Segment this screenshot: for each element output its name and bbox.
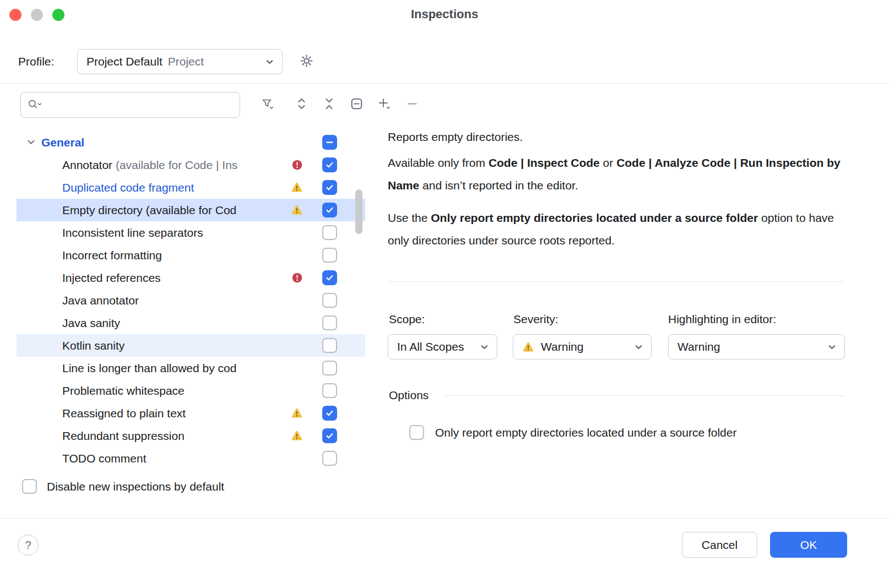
inspection-checkbox[interactable] — [322, 293, 337, 308]
chevron-down-icon[interactable] — [24, 136, 37, 149]
filter-icon — [260, 96, 275, 113]
tree-row[interactable]: Annotator (available for Code | Ins — [17, 154, 365, 176]
collapse-all-icon — [322, 97, 336, 113]
tree-row[interactable]: Duplicated code fragment — [17, 176, 365, 199]
tree-row[interactable]: Inconsistent line separators — [17, 221, 365, 244]
inspection-label-text: Annotator — [62, 159, 116, 171]
tree-row[interactable]: Java annotator — [17, 289, 365, 312]
inspection-label: Kotlin sanity — [62, 339, 285, 352]
search-icon — [26, 97, 43, 113]
inspection-checkbox[interactable] — [322, 428, 337, 443]
text: and isn’t reported in the editor. — [419, 179, 578, 192]
warning-icon — [291, 407, 303, 419]
tree-row[interactable]: Kotlin sanity — [17, 334, 365, 357]
inspection-label-text: Java sanity — [62, 317, 120, 329]
text: Available only from — [388, 156, 489, 169]
expand-all-button[interactable] — [291, 95, 311, 115]
minus-box-icon — [350, 97, 364, 113]
inspection-label-text: Injected references — [62, 271, 161, 284]
severity-select[interactable]: Warning — [513, 334, 652, 360]
scope-value: In All Scopes — [397, 340, 464, 353]
tree-row[interactable]: Problematic whitespace — [17, 379, 365, 402]
inspection-label-text: Reassigned to plain text — [62, 407, 186, 420]
inspection-checkbox[interactable] — [322, 270, 337, 285]
inspection-checkbox[interactable] — [322, 225, 337, 240]
tree-row[interactable]: Java sanity — [17, 312, 365, 334]
inspection-checkbox[interactable] — [322, 361, 337, 375]
search-input[interactable] — [45, 99, 234, 112]
warning-icon — [291, 204, 303, 216]
tree-row[interactable]: Incorrect formatting — [17, 244, 365, 266]
inspection-label: Duplicated code fragment — [62, 181, 285, 194]
severity-label: Severity: — [513, 313, 559, 326]
tree-row[interactable]: Empty directory (available for Cod — [17, 199, 365, 221]
inspection-label: Annotator (available for Code | Ins — [62, 159, 285, 172]
tree-row[interactable]: Redundant suppression — [17, 424, 365, 447]
inspection-checkbox[interactable] — [322, 180, 337, 195]
inspection-label: General — [41, 136, 285, 149]
cancel-button[interactable]: Cancel — [682, 532, 757, 558]
footer-divider — [0, 518, 889, 519]
inspection-label: Line is longer than allowed by cod — [62, 362, 285, 375]
disable-new-inspections-label: Disable new inspections by default — [47, 480, 224, 493]
minus-icon — [405, 97, 419, 113]
tree-row[interactable]: Reassigned to plain text — [17, 402, 365, 424]
inspection-checkbox[interactable] — [322, 383, 337, 398]
options-label: Options — [389, 389, 429, 402]
remove-inspection-button[interactable] — [402, 95, 422, 115]
inspections-dialog: Inspections Profile: Project Default Pro… — [0, 0, 889, 588]
error-icon — [291, 272, 303, 284]
collapse-node-button[interactable] — [346, 95, 366, 115]
tree-row[interactable]: General — [17, 131, 365, 154]
description-paragraph: Reports empty directories. — [388, 126, 848, 148]
inspection-label: Java annotator — [62, 294, 285, 307]
inspection-label-text: TODO comment — [62, 452, 146, 465]
inspection-label-text: General — [41, 136, 84, 149]
inspection-label: Reassigned to plain text — [62, 407, 285, 420]
description-paragraph: Available only from Code | Inspect Code … — [388, 151, 848, 197]
disable-new-inspections-checkbox[interactable] — [22, 479, 37, 494]
highlighting-select[interactable]: Warning — [668, 334, 845, 360]
inspection-checkbox[interactable] — [322, 451, 337, 466]
add-inspection-button[interactable] — [374, 95, 394, 115]
tree-row[interactable]: Injected references — [17, 266, 365, 289]
inspection-label: TODO comment — [62, 452, 285, 465]
inspection-label: Empty directory (available for Cod — [62, 204, 285, 217]
tree-row[interactable]: Line is longer than allowed by cod — [17, 357, 365, 379]
only-report-option-row[interactable]: Only report empty directories located un… — [409, 425, 736, 440]
bold-text: Code | Inspect Code — [489, 156, 600, 169]
chevron-down-icon — [264, 56, 275, 68]
inspection-label: Java sanity — [62, 317, 285, 330]
header-divider — [0, 83, 889, 84]
tree-row[interactable]: TODO comment — [17, 447, 365, 470]
inspection-checkbox[interactable] — [322, 203, 337, 217]
inspection-checkbox[interactable] — [322, 315, 337, 330]
profile-select[interactable]: Project Default Project — [77, 49, 283, 74]
collapse-all-button[interactable] — [319, 95, 339, 115]
only-report-checkbox[interactable] — [409, 425, 424, 440]
highlighting-label: Highlighting in editor: — [668, 313, 776, 326]
disable-new-inspections-row[interactable]: Disable new inspections by default — [22, 479, 224, 494]
ok-button[interactable]: OK — [770, 532, 847, 558]
inspection-checkbox[interactable] — [322, 338, 337, 353]
description-divider — [388, 281, 845, 282]
warning-icon — [522, 341, 534, 353]
profile-settings-button[interactable] — [294, 50, 318, 74]
inspection-label-text: Line is longer than allowed by cod — [62, 362, 236, 374]
profile-scope: Project — [168, 55, 204, 68]
inspection-label-text: Java annotator — [62, 294, 139, 307]
scope-select[interactable]: In All Scopes — [388, 334, 497, 360]
filter-button[interactable] — [257, 95, 277, 115]
tree-scrollbar[interactable] — [355, 189, 362, 234]
only-report-label: Only report empty directories located un… — [435, 426, 736, 439]
inspection-label-text: Kotlin sanity — [62, 339, 124, 352]
inspection-checkbox[interactable] — [322, 157, 337, 172]
inspection-checkbox[interactable] — [322, 406, 337, 421]
search-field[interactable] — [20, 92, 240, 118]
chevron-down-icon — [479, 341, 490, 353]
inspection-label: Problematic whitespace — [62, 384, 285, 398]
help-button[interactable]: ? — [18, 535, 39, 556]
inspection-checkbox[interactable] — [322, 135, 337, 150]
inspection-label-text: Redundant suppression — [62, 429, 185, 442]
inspection-checkbox[interactable] — [322, 248, 337, 263]
